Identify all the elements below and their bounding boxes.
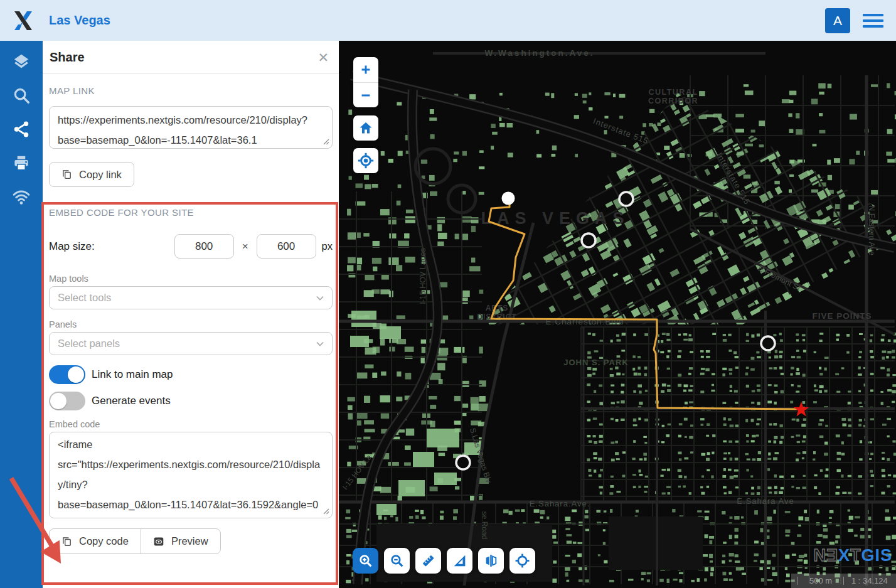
minus-icon [359, 88, 373, 102]
measure-area-button[interactable] [447, 548, 472, 574]
resize-handle-icon[interactable] [323, 138, 329, 145]
scale-distance: 500 m [798, 576, 843, 585]
map-label: CULTURAL [648, 88, 698, 97]
nextgis-logo-icon[interactable] [11, 9, 35, 33]
user-avatar-button[interactable]: A [825, 8, 850, 33]
magnifier-minus-icon [389, 553, 405, 569]
resize-handle-icon[interactable] [323, 508, 329, 515]
sidebar-item-print[interactable] [0, 146, 43, 180]
nextgis-watermark[interactable]: NƎXTGIS [813, 546, 892, 565]
scale-bar: 500 m 1 : 34,124 [791, 574, 896, 588]
app-header: Las Vegas A [0, 0, 896, 41]
map-zoom-controls [353, 57, 378, 173]
share-panel: Share ✕ MAP LINK https://experiments.nex… [43, 41, 339, 588]
sidebar-item-search[interactable] [0, 78, 43, 112]
panels-select[interactable]: Select panels [49, 332, 333, 355]
scale-ratio: 1 : 34,124 [844, 576, 888, 585]
map-label: DISTRICT [477, 313, 516, 321]
ruler-icon [420, 553, 436, 569]
swipe-layers-button[interactable] [478, 548, 504, 574]
copy-code-button[interactable]: Copy code [49, 528, 141, 554]
map-label: LAS VEGAS [481, 209, 629, 228]
measure-distance-button[interactable] [415, 548, 441, 574]
link-main-map-toggle[interactable] [49, 365, 85, 384]
map-marker[interactable] [502, 192, 515, 205]
map-label: E.Sahara.Ave. [530, 499, 590, 508]
map-label: se.Road [480, 511, 489, 540]
locate-me-button[interactable] [353, 148, 378, 173]
preview-button[interactable]: Preview [141, 528, 221, 554]
chevron-down-icon [316, 341, 324, 346]
size-unit-label: px [322, 240, 333, 252]
home-extent-button[interactable] [353, 115, 378, 141]
map-title: Las Vegas [49, 13, 110, 28]
zoom-in-button[interactable] [353, 57, 378, 82]
wifi-icon [12, 188, 31, 206]
sidebar-item-wifi[interactable] [0, 180, 43, 214]
map-tools-select[interactable]: Select tools [49, 286, 333, 309]
embed-section-label: EMBED CODE FOR YOUR SITE [49, 207, 333, 218]
sidebar-item-layers[interactable] [0, 45, 43, 78]
map-toolbar [353, 548, 535, 574]
map-marker[interactable] [761, 336, 775, 350]
map-size-row: Map size: × px [49, 234, 333, 259]
map-link-textarea[interactable]: https://experiments.nextgis.com/resource… [49, 106, 333, 149]
map-width-input[interactable] [174, 234, 234, 259]
zoom-out-button[interactable] [353, 82, 378, 107]
set-square-icon [452, 553, 467, 569]
plus-icon [359, 63, 373, 77]
map-link-section-label: MAP LINK [49, 85, 333, 96]
swipe-compare-icon [483, 553, 499, 569]
map-marker[interactable] [456, 456, 470, 469]
nextgis-webmap-app: Las Vegas A [0, 0, 896, 588]
zoom-in-tool-button[interactable] [353, 548, 378, 574]
panel-title: Share [50, 50, 85, 65]
embed-code-label: Embed code [49, 419, 333, 429]
menu-icon[interactable] [863, 14, 883, 28]
print-icon [12, 154, 31, 173]
map-height-input[interactable] [257, 234, 316, 259]
map-label: E.Sahara Ave [737, 496, 794, 506]
map-marker[interactable] [582, 233, 595, 247]
map-tools-label: Map tools [49, 274, 333, 284]
embed-buttons-group: Copy code Preview [49, 528, 333, 554]
chevron-down-icon [316, 296, 324, 301]
generate-events-toggle[interactable] [49, 392, 85, 410]
tools-sidebar [0, 41, 43, 588]
search-icon [12, 86, 31, 105]
map-size-label: Map size: [49, 240, 174, 253]
map-canvas[interactable]: W.Washington.Ave.CULTURALCORRIDORInterst… [339, 41, 896, 588]
layers-icon [12, 52, 31, 71]
magnifier-plus-icon [358, 553, 373, 569]
share-panel-header: Share ✕ [43, 41, 339, 74]
map-label: FIVE POINTS [812, 311, 872, 321]
map-marker[interactable] [619, 192, 633, 206]
zoom-out-tool-button[interactable] [384, 548, 410, 574]
basemap[interactable]: W.Washington.Ave.CULTURALCORRIDORInterst… [339, 41, 896, 588]
generate-events-row: Generate events [49, 392, 333, 410]
link-main-map-label: Link to main map [92, 368, 173, 381]
map-label: N.Eastern Ave [867, 205, 876, 255]
copy-icon [61, 169, 72, 180]
crosshair-tool-button[interactable] [509, 548, 535, 574]
link-main-map-row: Link to main map [49, 365, 333, 384]
map-label: W.Washington.Ave. [484, 48, 594, 58]
copy-link-button[interactable]: Copy link [49, 162, 134, 187]
size-separator: × [242, 240, 248, 253]
share-icon [12, 120, 31, 139]
preview-icon [153, 537, 164, 547]
close-icon[interactable]: ✕ [317, 51, 329, 64]
home-icon [358, 120, 373, 136]
generate-events-label: Generate events [92, 395, 171, 407]
embed-code-textarea[interactable]: <iframe src="https://experiments.nextgis… [49, 432, 333, 518]
map-label: JOHN S. PARK [563, 358, 629, 367]
copy-icon [61, 536, 72, 547]
locate-icon [358, 152, 374, 169]
map-label: CORRIDOR [648, 97, 698, 105]
map-label: I-15 HOV Lanes [419, 248, 427, 304]
sidebar-item-share[interactable] [0, 112, 43, 146]
crosshair-icon [515, 553, 530, 569]
panels-label: Panels [49, 319, 333, 329]
